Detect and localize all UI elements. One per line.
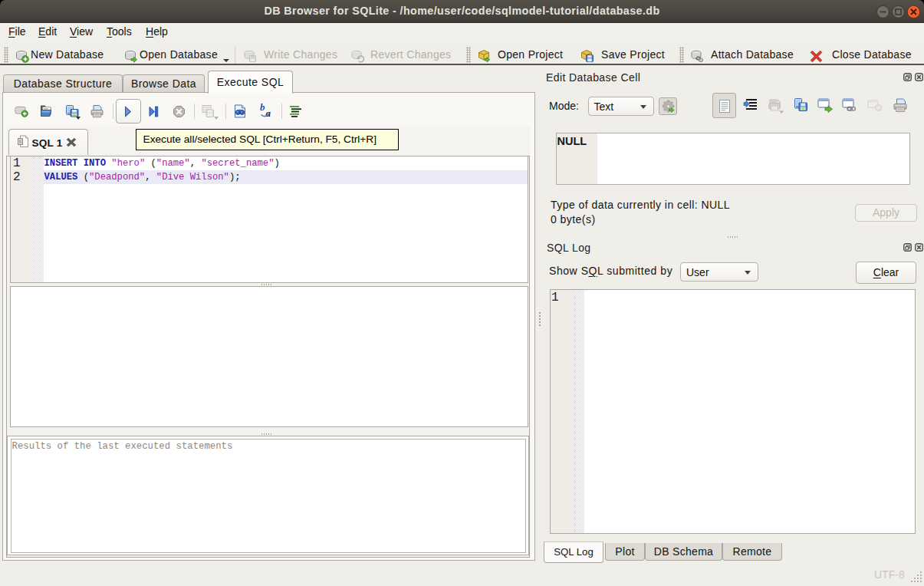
svg-text:b: b: [260, 102, 265, 113]
svg-text:a: a: [266, 107, 271, 119]
